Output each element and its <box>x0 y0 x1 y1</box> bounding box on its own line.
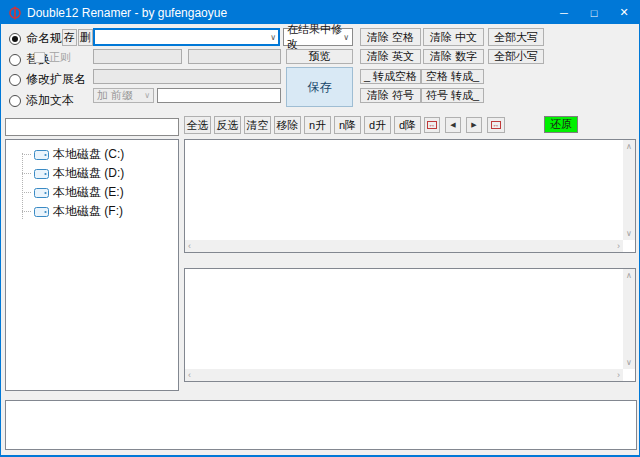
radio-dot <box>9 54 21 66</box>
uppercase-button[interactable]: 全部大写 <box>488 28 544 46</box>
radio-change-extension[interactable]: 修改扩展名 <box>9 71 86 88</box>
drive-icon <box>34 188 49 198</box>
radio-dot <box>9 74 21 86</box>
result-mode-dropdown[interactable]: 在结果中修改 ∨ <box>283 28 353 46</box>
name-sort-desc-button[interactable]: n降 <box>334 116 361 134</box>
result-mode-value: 在结果中修改 <box>287 22 343 52</box>
chevron-down-icon: ∨ <box>270 33 276 42</box>
tree-rail <box>22 153 23 219</box>
tree-item-label: 本地磁盘 (F:) <box>53 203 123 220</box>
move-right-button[interactable]: ▶ <box>466 117 482 133</box>
naming-rule-combobox[interactable]: ∨ <box>93 28 280 46</box>
date-sort-desc-button[interactable]: d降 <box>394 116 421 134</box>
clear-list-button[interactable]: 清空 <box>244 116 271 134</box>
space-to-underscore-button[interactable]: 空格 转成_ <box>421 69 484 84</box>
replace-to-input <box>188 49 281 64</box>
delete-rule-button[interactable]: 删 <box>78 29 93 46</box>
path-input[interactable] <box>5 118 179 136</box>
select-all-button[interactable]: 全选 <box>184 116 211 134</box>
regex-checkbox-label: 正则 <box>49 50 71 65</box>
scroll-right-icon[interactable]: › <box>617 370 620 380</box>
remove-button[interactable]: 移除 <box>274 116 301 134</box>
tree-item-label: 本地磁盘 (E:) <box>53 184 124 201</box>
tree-item-drive-e[interactable]: 本地磁盘 (E:) <box>8 183 176 202</box>
vertical-scrollbar[interactable]: ∧ ∨ <box>623 269 635 369</box>
status-log-box <box>5 400 637 450</box>
tree-item-drive-d[interactable]: 本地磁盘 (D:) <box>8 164 176 183</box>
maximize-button[interactable]: □ <box>579 1 609 24</box>
symbol-to-underscore-button[interactable]: 符号 转成_ <box>421 88 484 103</box>
swap-columns-button-1[interactable]: ↔ <box>424 117 440 133</box>
tree-item-drive-c[interactable]: 本地磁盘 (C:) <box>8 145 176 164</box>
file-list-original[interactable]: ∧ ∨ ‹ › <box>184 139 636 253</box>
preview-button[interactable]: 预览 <box>286 49 353 64</box>
horizontal-scrollbar[interactable]: ‹ › <box>185 240 623 252</box>
clear-english-button[interactable]: 清除 英文 <box>360 49 421 64</box>
chevron-down-icon: ∨ <box>144 91 150 100</box>
drive-icon <box>34 150 49 160</box>
tree-item-drive-f[interactable]: 本地磁盘 (F:) <box>8 202 176 221</box>
title-bar: Double12 Renamer - by gufengaoyue ─ □ ✕ <box>1 1 639 24</box>
radio-dot-checked <box>9 33 21 45</box>
drive-tree: 本地磁盘 (C:) 本地磁盘 (D:) 本地磁盘 (E:) <box>8 145 176 221</box>
minimize-button[interactable]: ─ <box>549 1 579 24</box>
right-triangle-icon: ▶ <box>471 121 476 129</box>
vertical-scrollbar[interactable]: ∧ ∨ <box>623 140 635 240</box>
prefix-mode-value: 加 前缀 <box>97 88 133 103</box>
close-button[interactable]: ✕ <box>609 1 639 24</box>
tree-item-label: 本地磁盘 (C:) <box>53 146 124 163</box>
save-button[interactable]: 保存 <box>286 67 353 107</box>
chevron-down-icon: ∨ <box>343 33 349 42</box>
add-text-input[interactable] <box>157 88 281 103</box>
move-left-button[interactable]: ◀ <box>445 117 461 133</box>
store-rule-button[interactable]: 存 <box>62 29 77 46</box>
tree-item-label: 本地磁盘 (D:) <box>53 165 124 182</box>
regex-checkbox: 正则 <box>34 50 71 65</box>
file-list-preview[interactable]: ∧ ∨ ‹ › <box>184 268 636 382</box>
drive-icon <box>34 169 49 179</box>
red-arrows-icon: ↔ <box>491 121 501 129</box>
window-title: Double12 Renamer - by gufengaoyue <box>27 6 549 20</box>
lowercase-button[interactable]: 全部小写 <box>488 49 544 64</box>
drive-tree-panel: 本地磁盘 (C:) 本地磁盘 (D:) 本地磁盘 (E:) <box>5 139 179 391</box>
invert-selection-button[interactable]: 反选 <box>214 116 241 134</box>
radio-add-text-label: 添加文本 <box>26 92 74 109</box>
app-window: Double12 Renamer - by gufengaoyue ─ □ ✕ … <box>0 0 640 457</box>
radio-change-extension-label: 修改扩展名 <box>26 71 86 88</box>
scroll-left-icon[interactable]: ‹ <box>188 370 191 380</box>
replace-from-input <box>93 49 182 64</box>
swap-columns-button-2[interactable]: ↔ <box>487 117 505 133</box>
scroll-left-icon[interactable]: ‹ <box>188 241 191 251</box>
clear-chinese-button[interactable]: 清除 中文 <box>423 28 484 46</box>
scroll-right-icon[interactable]: › <box>617 241 620 251</box>
scroll-down-icon[interactable]: ∨ <box>626 229 632 238</box>
name-sort-asc-button[interactable]: n升 <box>304 116 331 134</box>
clear-space-button[interactable]: 清除 空格 <box>360 28 421 46</box>
radio-add-text[interactable]: 添加文本 <box>9 92 74 109</box>
red-arrows-icon: ↔ <box>427 121 437 129</box>
radio-dot <box>9 95 21 107</box>
scroll-down-icon[interactable]: ∨ <box>626 358 632 367</box>
scroll-up-icon[interactable]: ∧ <box>626 142 632 151</box>
drive-icon <box>34 207 49 217</box>
left-triangle-icon: ◀ <box>450 121 455 129</box>
app-logo-icon <box>8 6 22 20</box>
restore-button[interactable]: 还原 <box>544 116 578 133</box>
date-sort-asc-button[interactable]: d升 <box>364 116 391 134</box>
horizontal-scrollbar[interactable]: ‹ › <box>185 369 623 381</box>
extension-input <box>93 69 281 84</box>
clear-digits-button[interactable]: 清除 数字 <box>423 49 484 64</box>
clear-symbol-button[interactable]: 清除 符号 <box>360 88 421 103</box>
checkbox-icon <box>34 52 45 63</box>
prefix-mode-dropdown: 加 前缀 ∨ <box>93 88 154 103</box>
scroll-up-icon[interactable]: ∧ <box>626 271 632 280</box>
underscore-to-space-button[interactable]: _ 转成空格 <box>360 69 421 84</box>
